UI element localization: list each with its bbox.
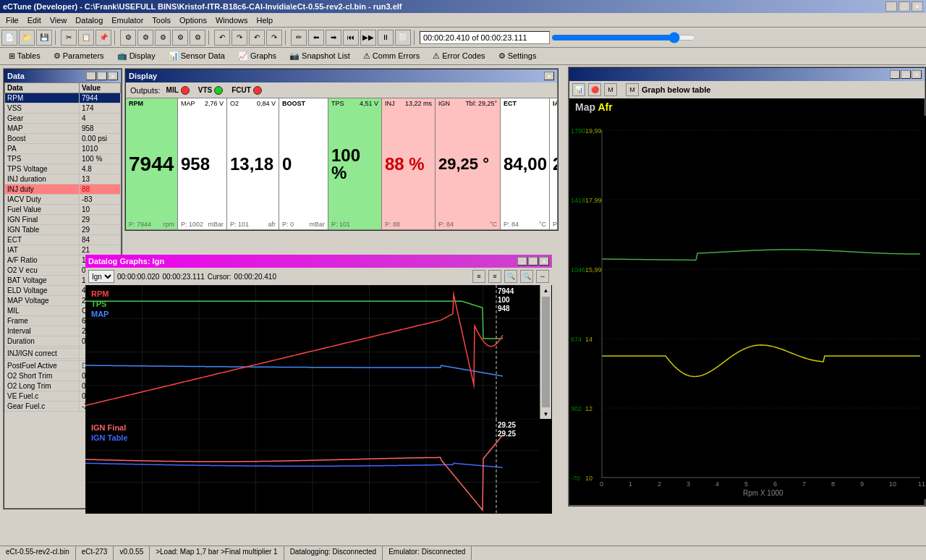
table-row[interactable]: INJ duty88 [5,184,121,195]
table-row[interactable]: IGN Table29 [5,225,121,235]
data-panel-maximize[interactable]: □ [97,72,107,80]
graph-titlebar: Datalog Graphs: Ign _ □ × [85,255,552,268]
table-row[interactable]: VSS174 [5,103,121,114]
graph-combo[interactable]: Ign [88,270,114,283]
row-label: MAP [5,124,80,134]
table-row[interactable]: IACV Duty-83 [5,195,121,205]
table-row[interactable]: IGN Final29 [5,215,121,225]
scroll-thumb[interactable] [542,297,550,407]
table-row[interactable]: RPM7944 [5,93,121,103]
menu-emulator[interactable]: Emulator [107,14,148,26]
time-slider[interactable] [551,32,696,43]
row-value: 0.00 psi [79,134,120,144]
table-row[interactable]: INJ duration13 [5,174,121,184]
vts-label: VTS [198,86,212,94]
fcut-label: FCUT [232,86,251,94]
toolbar-btn1[interactable]: ⚙ [120,30,136,46]
toolbar-btn16[interactable]: ⬜ [395,30,411,46]
maximize-button[interactable]: □ [899,1,910,12]
col-header-data: Data [5,83,80,93]
right-toolbar-btn1[interactable]: 📊 [572,83,585,96]
toolbar-btn3[interactable]: ⚙ [155,30,171,46]
menu-options[interactable]: Options [175,14,211,26]
toolbar-btn11[interactable]: ⬅ [308,30,324,46]
right-panel-minimize[interactable]: _ [890,70,900,79]
toolbar-btn12[interactable]: ➡ [326,30,341,46]
toolbar-btn14[interactable]: ▶▶ [360,30,376,46]
toolbar-copy[interactable]: 📋 [78,30,94,46]
comm-errors-button[interactable]: ⚠ Comm Errors [357,50,425,62]
table-row[interactable]: MAP958 [5,124,121,134]
table-row[interactable]: PA1010 [5,144,121,154]
graph-btn-lines[interactable]: ≡ [488,270,501,283]
data-panel-minimize[interactable]: _ [86,72,96,80]
sensor-inj-sub: P: 88 [385,221,432,228]
right-panel-maximize[interactable]: □ [901,70,911,79]
toolbar-btn7[interactable]: ↷ [232,30,247,46]
right-graph-map-label: Map [575,101,598,113]
toolbar-btn10[interactable]: ✏ [291,30,307,46]
graph-btn-align[interactable]: ≡ [472,270,485,283]
display-panel-close[interactable]: × [544,72,554,80]
right-chart-area [569,116,925,505]
table-row[interactable]: IAT21 [5,245,121,255]
row-label: ELD Voltage [5,286,80,296]
graph-btn-pan[interactable]: ↔ [536,270,549,283]
table-row[interactable]: Boost0.00 psi [5,134,121,144]
graph-btn-zoom-out[interactable]: 🔍 [504,270,517,283]
toolbar-paste[interactable]: 📌 [95,30,111,46]
toolbar-btn6[interactable]: ↶ [214,30,230,46]
right-toolbar-btn2[interactable]: 🔴 [588,83,601,96]
row-value: 84 [79,235,120,245]
toolbar-btn9[interactable]: ↷ [266,30,282,46]
menu-datalog[interactable]: Datalog [71,14,107,26]
toolbar-btn2[interactable]: ⚙ [137,30,153,46]
graph-time-end: 00:00:23.111 [162,273,204,281]
graph-minimize[interactable]: _ [517,257,527,266]
menu-file[interactable]: File [1,14,23,26]
graph-btn-zoom-in[interactable]: 🔍 [520,270,533,283]
table-row[interactable]: TPS Voltage4.8 [5,164,121,174]
display-panel-titlebar: Display × [126,69,557,82]
display-button[interactable]: 📺 Display [111,50,161,62]
toolbar-btn13[interactable]: ⏮ [343,30,359,46]
menu-windows[interactable]: Windows [211,14,252,26]
close-button[interactable]: × [912,1,923,12]
row-value: 4.8 [79,164,120,174]
parameters-button[interactable]: ⚙ Parameters [48,50,110,62]
graph-close[interactable]: × [539,257,549,266]
table-row[interactable]: Gear4 [5,114,121,124]
fcut-light [253,86,262,95]
minimize-button[interactable]: _ [885,1,897,12]
settings-button[interactable]: ⚙ Settings [493,50,543,62]
scroll-down[interactable]: ▼ [540,409,551,419]
menu-view[interactable]: View [46,14,72,26]
graph-maximize[interactable]: □ [528,257,538,266]
scroll-up[interactable]: ▲ [540,285,551,295]
table-row[interactable]: ECT84 [5,235,121,245]
menu-help[interactable]: Help [252,14,278,26]
graph-title: Datalog Graphs: Ign [88,257,164,266]
toolbar-save[interactable]: 💾 [36,30,52,46]
graph-scrollbar-v[interactable]: ▲ ▼ [540,285,551,419]
data-panel-close[interactable]: × [108,72,118,80]
right-toolbar-btn3[interactable]: M [604,83,617,96]
error-codes-button[interactable]: ⚠ Error Codes [427,50,490,62]
toolbar-btn15[interactable]: ⏸ [378,30,394,46]
graphs-button[interactable]: 📈 Graphs [232,50,282,62]
right-panel-close[interactable]: × [912,70,922,79]
toolbar-cut[interactable]: ✂ [61,30,77,46]
snapshot-list-button[interactable]: 📷 Snapshot List [284,50,356,62]
right-toolbar-btn4[interactable]: M [626,83,639,96]
table-row[interactable]: TPS100 % [5,154,121,164]
toolbar-btn4[interactable]: ⚙ [172,30,188,46]
toolbar-btn8[interactable]: ↶ [249,30,265,46]
table-row[interactable]: Fuel Value10 [5,205,121,215]
sensor-data-button[interactable]: 📊 Sensor Data [163,50,231,62]
toolbar-new[interactable]: 📄 [1,30,17,46]
toolbar-open[interactable]: 📁 [19,30,35,46]
menu-tools[interactable]: Tools [148,14,175,26]
menu-edit[interactable]: Edit [23,14,46,26]
toolbar-btn5[interactable]: ⚙ [190,30,205,46]
tables-button[interactable]: ⊞ Tables [3,50,46,62]
